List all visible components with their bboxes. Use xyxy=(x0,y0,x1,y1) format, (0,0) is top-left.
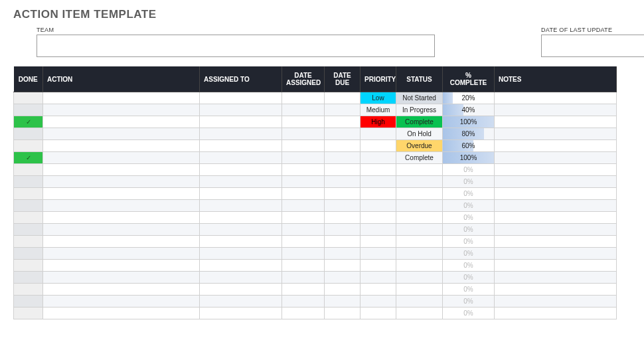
priority-cell[interactable] xyxy=(361,284,396,296)
done-cell[interactable] xyxy=(14,104,43,116)
assigned-to-cell[interactable] xyxy=(200,152,282,164)
priority-cell[interactable]: High xyxy=(361,116,396,128)
date-of-last-update-input[interactable] xyxy=(541,35,644,57)
notes-cell[interactable] xyxy=(495,140,617,152)
date-assigned-cell[interactable] xyxy=(282,92,325,104)
action-cell[interactable] xyxy=(43,260,200,272)
done-cell[interactable] xyxy=(14,224,43,236)
pct-complete-cell[interactable]: 40% xyxy=(443,104,495,116)
notes-cell[interactable] xyxy=(495,116,617,128)
assigned-to-cell[interactable] xyxy=(200,104,282,116)
priority-cell[interactable] xyxy=(361,188,396,200)
date-due-cell[interactable] xyxy=(325,104,361,116)
action-cell[interactable] xyxy=(43,224,200,236)
status-cell[interactable] xyxy=(396,212,443,224)
status-cell[interactable] xyxy=(396,296,443,308)
action-cell[interactable] xyxy=(43,200,200,212)
date-assigned-cell[interactable] xyxy=(282,308,325,319)
pct-complete-cell[interactable]: 100% xyxy=(443,116,495,128)
assigned-to-cell[interactable] xyxy=(200,188,282,200)
pct-complete-cell[interactable]: 100% xyxy=(443,152,495,164)
pct-complete-cell[interactable]: 20% xyxy=(443,92,495,104)
date-due-cell[interactable] xyxy=(325,284,361,296)
action-cell[interactable] xyxy=(43,296,200,308)
date-due-cell[interactable] xyxy=(325,152,361,164)
notes-cell[interactable] xyxy=(495,260,617,272)
date-due-cell[interactable] xyxy=(325,128,361,140)
date-due-cell[interactable] xyxy=(325,212,361,224)
date-due-cell[interactable] xyxy=(325,140,361,152)
notes-cell[interactable] xyxy=(495,212,617,224)
action-cell[interactable] xyxy=(43,104,200,116)
status-cell[interactable] xyxy=(396,176,443,188)
assigned-to-cell[interactable] xyxy=(200,176,282,188)
priority-cell[interactable] xyxy=(361,260,396,272)
done-cell[interactable] xyxy=(14,284,43,296)
date-due-cell[interactable] xyxy=(325,296,361,308)
notes-cell[interactable] xyxy=(495,188,617,200)
priority-cell[interactable] xyxy=(361,212,396,224)
status-cell[interactable] xyxy=(396,200,443,212)
notes-cell[interactable] xyxy=(495,236,617,248)
action-cell[interactable] xyxy=(43,284,200,296)
assigned-to-cell[interactable] xyxy=(200,284,282,296)
pct-complete-cell[interactable]: 0% xyxy=(443,260,495,272)
team-input[interactable] xyxy=(37,35,435,57)
priority-cell[interactable] xyxy=(361,236,396,248)
notes-cell[interactable] xyxy=(495,296,617,308)
date-due-cell[interactable] xyxy=(325,92,361,104)
action-cell[interactable] xyxy=(43,212,200,224)
date-assigned-cell[interactable] xyxy=(282,128,325,140)
pct-complete-cell[interactable]: 0% xyxy=(443,296,495,308)
pct-complete-cell[interactable]: 0% xyxy=(443,188,495,200)
date-assigned-cell[interactable] xyxy=(282,104,325,116)
action-cell[interactable] xyxy=(43,272,200,284)
priority-cell[interactable] xyxy=(361,164,396,176)
notes-cell[interactable] xyxy=(495,272,617,284)
priority-cell[interactable] xyxy=(361,248,396,260)
date-assigned-cell[interactable] xyxy=(282,200,325,212)
done-cell[interactable] xyxy=(14,296,43,308)
done-cell[interactable] xyxy=(14,212,43,224)
pct-complete-cell[interactable]: 0% xyxy=(443,308,495,319)
status-cell[interactable]: Not Started xyxy=(396,92,443,104)
assigned-to-cell[interactable] xyxy=(200,272,282,284)
status-cell[interactable] xyxy=(396,248,443,260)
done-cell[interactable] xyxy=(14,272,43,284)
priority-cell[interactable] xyxy=(361,140,396,152)
assigned-to-cell[interactable] xyxy=(200,296,282,308)
date-assigned-cell[interactable] xyxy=(282,272,325,284)
action-cell[interactable] xyxy=(43,176,200,188)
done-cell[interactable] xyxy=(14,308,43,319)
assigned-to-cell[interactable] xyxy=(200,128,282,140)
done-cell[interactable] xyxy=(14,188,43,200)
priority-cell[interactable] xyxy=(361,200,396,212)
done-cell[interactable] xyxy=(14,176,43,188)
status-cell[interactable] xyxy=(396,236,443,248)
notes-cell[interactable] xyxy=(495,104,617,116)
priority-cell[interactable] xyxy=(361,308,396,319)
pct-complete-cell[interactable]: 0% xyxy=(443,236,495,248)
pct-complete-cell[interactable]: 60% xyxy=(443,140,495,152)
assigned-to-cell[interactable] xyxy=(200,248,282,260)
done-cell[interactable] xyxy=(14,200,43,212)
action-cell[interactable] xyxy=(43,140,200,152)
assigned-to-cell[interactable] xyxy=(200,224,282,236)
date-due-cell[interactable] xyxy=(325,116,361,128)
pct-complete-cell[interactable]: 0% xyxy=(443,224,495,236)
notes-cell[interactable] xyxy=(495,164,617,176)
date-due-cell[interactable] xyxy=(325,308,361,319)
notes-cell[interactable] xyxy=(495,128,617,140)
date-due-cell[interactable] xyxy=(325,272,361,284)
date-assigned-cell[interactable] xyxy=(282,140,325,152)
status-cell[interactable] xyxy=(396,188,443,200)
date-assigned-cell[interactable] xyxy=(282,188,325,200)
assigned-to-cell[interactable] xyxy=(200,260,282,272)
action-cell[interactable] xyxy=(43,92,200,104)
date-due-cell[interactable] xyxy=(325,236,361,248)
priority-cell[interactable] xyxy=(361,296,396,308)
assigned-to-cell[interactable] xyxy=(200,212,282,224)
pct-complete-cell[interactable]: 0% xyxy=(443,248,495,260)
assigned-to-cell[interactable] xyxy=(200,308,282,319)
status-cell[interactable] xyxy=(396,164,443,176)
